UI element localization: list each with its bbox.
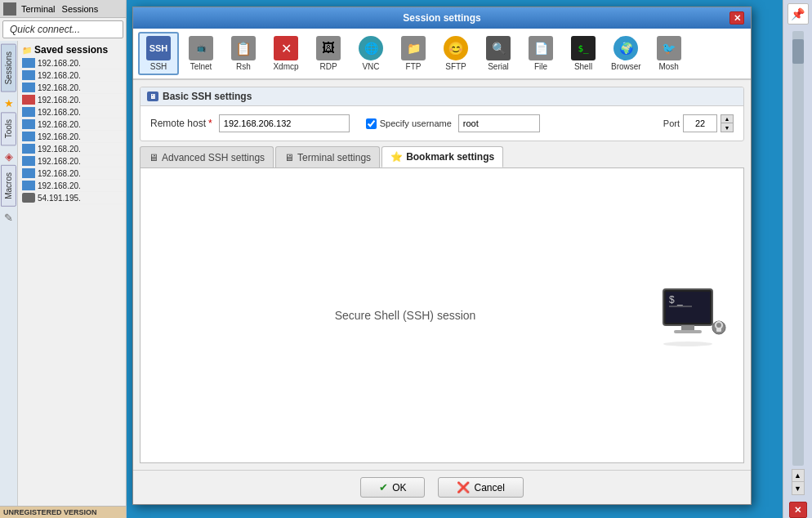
right-close-button[interactable]: ✕ [789,502,807,518]
sub-content-text: Secure Shell (SSH) session [335,309,476,322]
protocol-telnet-label: Telnet [190,62,212,71]
list-item[interactable]: 192.168.20. [20,106,124,118]
list-item[interactable]: 192.168.20. [20,57,124,69]
bookmark-settings-tab-label: Bookmark settings [406,151,494,163]
list-item[interactable]: 192.168.20. [20,180,124,192]
right-panel: 📌 ▲ ▼ ✕ [783,0,812,518]
port-input[interactable] [683,114,717,132]
ssh-session-illustration: $ _ [657,283,730,348]
session-label: 192.168.20. [38,108,81,117]
protocol-ssh-label: SSH [150,62,167,71]
basic-ssh-title: 🖥 Basic SSH settings [141,87,743,106]
tab-bookmark-settings[interactable]: ⭐ Bookmark settings [381,146,503,167]
browser-icon: 🌍 [613,36,638,60]
protocol-rsh-label: Rsh [236,62,251,71]
svg-rect-5 [674,330,702,333]
protocol-rdp-label: RDP [319,62,337,71]
specify-username-checkbox[interactable] [366,118,377,129]
protocol-ftp-button[interactable]: 📁 FTP [393,32,434,75]
list-item[interactable]: 192.168.20. [20,118,124,131]
ok-icon: ✔ [379,481,388,493]
vtab-tools[interactable]: Tools [1,112,16,145]
session-label: 192.168.20. [38,120,81,129]
protocol-telnet-button[interactable]: 📺 Telnet [181,32,221,75]
menu-sessions[interactable]: Sessions [62,4,99,14]
session-label: 192.168.20. [38,157,81,166]
protocol-xdmcp-button[interactable]: ✕ Xdmcp [265,32,306,75]
star-icon: ★ [4,97,14,109]
tools-icon: ◈ [5,150,13,163]
protocol-serial-label: Serial [488,62,509,71]
protocol-shell-button[interactable]: $_ Shell [563,32,604,75]
session-icon [22,107,35,117]
protocol-vnc-button[interactable]: 🌐 VNC [350,32,391,75]
protocol-rsh-button[interactable]: 📋 Rsh [223,32,264,75]
sftp-icon: 😊 [444,36,468,60]
vtab-sessions[interactable]: Sessions [1,44,16,92]
remote-host-input[interactable] [219,114,350,132]
quick-connect-button[interactable]: Quick connect... [2,20,123,38]
protocol-ftp-label: FTP [406,62,422,71]
vtab-macros[interactable]: Macros [1,165,16,207]
username-input[interactable] [458,114,540,132]
tab-terminal-settings[interactable]: 🖥 Terminal settings [275,146,380,167]
protocol-serial-button[interactable]: 🔍 Serial [478,32,519,75]
port-decrement-button[interactable]: ▼ [721,123,734,132]
shell-icon: $_ [571,36,596,60]
protocol-mosh-button[interactable]: 🐦 Mosh [649,32,689,75]
list-item[interactable]: 192.168.20. [20,94,124,106]
macros-icon: ✎ [4,212,13,224]
sessions-header: 📁 Saved sessions [20,42,124,57]
xdmcp-icon: ✕ [274,36,298,60]
session-icon [22,70,35,80]
protocol-vnc-label: VNC [362,62,379,71]
session-icon [22,132,35,141]
sub-tabs: 🖥 Advanced SSH settings 🖥 Terminal setti… [140,146,744,167]
dialog-title: Session settings [403,12,480,24]
protocol-sftp-button[interactable]: 😊 SFTP [435,32,476,75]
session-label: 192.168.20. [38,181,81,190]
protocol-ssh-button[interactable]: SSH SSH [138,32,179,75]
protocol-sftp-label: SFTP [445,62,466,71]
rsh-icon: 📋 [231,36,256,60]
session-label: 192.168.20. [38,132,81,141]
list-item[interactable]: 192.168.20. [20,167,124,180]
session-settings-dialog: Session settings ✕ SSH SSH 📺 Telnet 📋 Rs… [132,7,752,505]
protocol-mosh-label: Mosh [658,62,678,71]
svg-point-9 [663,342,712,346]
ssh-icon: SSH [146,36,171,60]
scroll-down-button[interactable]: ▼ [792,482,805,495]
session-icon [22,144,35,154]
bookmark-settings-tab-icon: ⭐ [390,151,403,163]
protocol-rdp-button[interactable]: 🖼 RDP [308,32,349,75]
port-label: Port [663,118,680,128]
list-item[interactable]: 192.168.20. [20,155,124,167]
app-icon [3,2,16,16]
rdp-icon: 🖼 [316,36,341,60]
menu-terminal[interactable]: Terminal [21,4,56,14]
list-item[interactable]: 192.168.20. [20,131,124,143]
session-label: 192.168.20. [38,83,81,92]
protocol-browser-button[interactable]: 🌍 Browser [605,32,647,75]
vnc-icon: 🌐 [359,36,383,60]
list-item[interactable]: 192.168.20. [20,69,124,82]
pin-button[interactable]: 📌 [787,3,809,25]
list-item[interactable]: 192.168.20. [20,82,124,94]
titlebar: Session settings ✕ [133,7,751,29]
dialog-close-button[interactable]: ✕ [729,11,744,25]
scroll-up-button[interactable]: ▲ [792,469,805,482]
port-increment-button[interactable]: ▲ [721,114,734,123]
protocol-browser-label: Browser [611,62,641,71]
protocol-file-button[interactable]: 📄 File [520,32,561,75]
ok-button[interactable]: ✔ OK [360,477,425,498]
mosh-icon: 🐦 [657,36,681,60]
specify-username-label[interactable]: Specify username [380,118,452,128]
svg-rect-4 [681,325,694,330]
cancel-button[interactable]: ❌ Cancel [438,477,523,498]
protocol-bar: SSH SSH 📺 Telnet 📋 Rsh ✕ Xdmcp 🖼 RDP 🌐 V… [133,29,751,80]
sub-tab-content: Secure Shell (SSH) session $ _ [140,167,744,463]
list-item[interactable]: 192.168.20. [20,143,124,155]
tab-advanced-ssh[interactable]: 🖥 Advanced SSH settings [140,146,274,167]
list-item[interactable]: 54.191.195. [20,192,124,204]
session-icon [22,168,35,178]
